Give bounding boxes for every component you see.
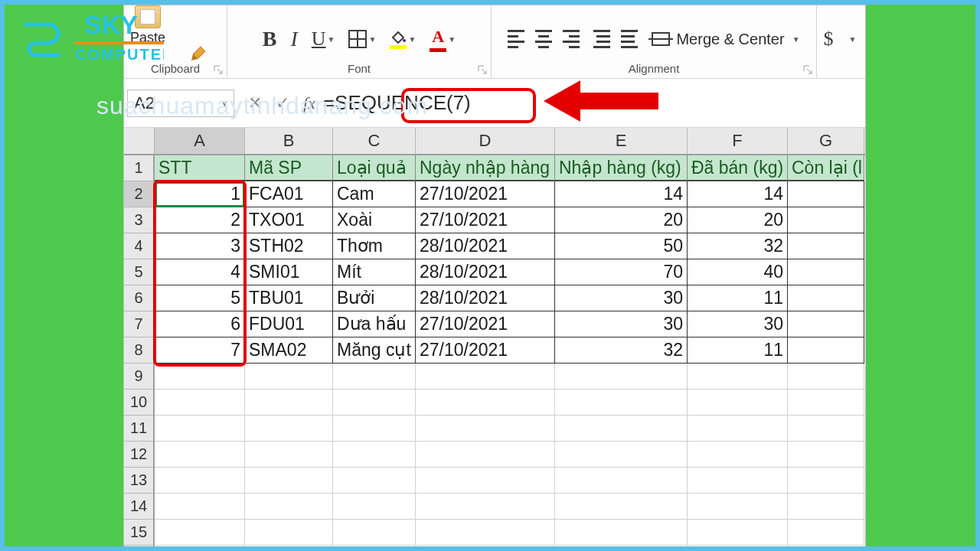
cell[interactable] <box>333 520 416 546</box>
cell[interactable] <box>416 520 555 546</box>
cell[interactable]: 28/10/2021 <box>416 233 555 259</box>
cell[interactable] <box>155 416 245 442</box>
cell[interactable]: 11 <box>688 285 788 311</box>
cell[interactable]: 70 <box>555 259 688 285</box>
cell[interactable] <box>555 520 688 546</box>
cell[interactable] <box>788 468 864 494</box>
cell[interactable]: 50 <box>555 233 688 259</box>
cell[interactable] <box>688 416 788 442</box>
cell[interactable]: SMA02 <box>245 337 333 364</box>
row-header[interactable]: 8 <box>124 337 153 364</box>
cell[interactable] <box>788 416 864 442</box>
cell[interactable] <box>788 207 864 233</box>
cell[interactable] <box>788 494 864 520</box>
font-dialog-launcher[interactable] <box>477 64 488 75</box>
cell[interactable]: 7 <box>155 337 245 364</box>
col-header-E[interactable]: E <box>555 128 688 154</box>
cell[interactable]: 32 <box>688 233 788 259</box>
cell[interactable] <box>788 233 864 259</box>
cell[interactable] <box>416 416 555 442</box>
align-center-button[interactable] <box>535 30 552 48</box>
row-header[interactable]: 9 <box>124 364 153 390</box>
cell[interactable]: TXO01 <box>245 207 333 233</box>
cell[interactable]: 1 <box>155 181 245 207</box>
increase-indent-button[interactable] <box>621 30 638 48</box>
cell[interactable] <box>555 416 688 442</box>
cell[interactable] <box>416 468 555 494</box>
row-header[interactable]: 13 <box>124 468 153 494</box>
row-header[interactable]: 15 <box>124 520 153 546</box>
row-header[interactable]: 6 <box>124 285 153 311</box>
cell[interactable]: STH02 <box>245 233 333 259</box>
cell[interactable]: 6 <box>155 311 245 337</box>
cell[interactable]: 30 <box>555 311 688 337</box>
cell[interactable] <box>245 364 333 390</box>
col-header-B[interactable]: B <box>245 128 333 154</box>
cell[interactable] <box>788 520 864 546</box>
cell[interactable] <box>788 259 864 285</box>
cell[interactable] <box>788 364 864 390</box>
bold-button[interactable]: B <box>263 27 277 51</box>
cell[interactable] <box>333 468 416 494</box>
cell[interactable] <box>416 442 555 468</box>
cell[interactable]: 5 <box>155 285 245 311</box>
cell[interactable] <box>333 390 416 416</box>
cell[interactable]: 28/10/2021 <box>416 285 555 311</box>
fill-color-button[interactable]: ▼ <box>390 30 416 49</box>
cell[interactable] <box>688 494 788 520</box>
col-header-G[interactable]: G <box>788 128 864 154</box>
cell[interactable] <box>245 442 333 468</box>
cell[interactable]: 27/10/2021 <box>416 337 555 364</box>
col-header-A[interactable]: A <box>155 128 245 154</box>
cell[interactable] <box>688 364 788 390</box>
cell[interactable]: 14 <box>688 181 788 207</box>
clipboard-dialog-launcher[interactable] <box>213 64 224 75</box>
cell[interactable] <box>555 468 688 494</box>
cell[interactable]: Măng cụt <box>333 337 416 364</box>
cell[interactable]: FCA01 <box>245 181 333 207</box>
row-header[interactable]: 4 <box>124 233 153 259</box>
cell[interactable] <box>245 468 333 494</box>
header-cell[interactable]: Loại quả <box>333 155 416 181</box>
cell[interactable]: 30 <box>555 285 688 311</box>
cell[interactable]: 27/10/2021 <box>416 181 555 207</box>
cell[interactable]: Thơm <box>333 233 416 259</box>
row-header[interactable]: 12 <box>124 442 153 468</box>
merge-center-button[interactable]: Merge & Center ▼ <box>652 31 799 48</box>
cell[interactable] <box>155 390 245 416</box>
cell[interactable]: 20 <box>555 207 688 233</box>
spreadsheet-grid[interactable]: A B C D E F G 123456789101112131415 STTM… <box>124 128 865 551</box>
col-header-C[interactable]: C <box>333 128 416 154</box>
cell[interactable]: 3 <box>155 233 245 259</box>
cell[interactable]: Mít <box>333 259 416 285</box>
cell[interactable]: SMI01 <box>245 259 333 285</box>
font-color-button[interactable]: A▼ <box>430 27 456 52</box>
cell[interactable] <box>155 364 245 390</box>
cell[interactable] <box>333 416 416 442</box>
italic-button[interactable]: I <box>290 27 297 51</box>
cell[interactable] <box>333 442 416 468</box>
align-left-button[interactable] <box>508 30 524 48</box>
cell[interactable]: 27/10/2021 <box>416 311 555 337</box>
currency-button[interactable]: $ <box>824 28 834 51</box>
cell[interactable]: 20 <box>688 207 788 233</box>
align-right-button[interactable] <box>563 30 580 48</box>
underline-button[interactable]: U▼ <box>312 28 335 51</box>
cell[interactable] <box>788 311 864 337</box>
cell[interactable] <box>788 390 864 416</box>
cell[interactable] <box>555 390 688 416</box>
cell[interactable] <box>555 494 688 520</box>
cell[interactable] <box>333 494 416 520</box>
cell[interactable]: Dưa hấu <box>333 311 416 337</box>
cell[interactable]: TBU01 <box>245 285 333 311</box>
cell[interactable]: 14 <box>555 181 688 207</box>
cell[interactable] <box>155 468 245 494</box>
row-header[interactable]: 11 <box>124 416 153 442</box>
header-cell[interactable]: STT <box>155 155 245 181</box>
header-cell[interactable]: Ngày nhập hàng <box>416 155 555 181</box>
cell[interactable]: 11 <box>688 337 788 364</box>
cell[interactable] <box>788 285 864 311</box>
cell[interactable]: 27/10/2021 <box>416 207 555 233</box>
row-header[interactable]: 10 <box>124 390 153 416</box>
cell[interactable] <box>788 181 864 207</box>
